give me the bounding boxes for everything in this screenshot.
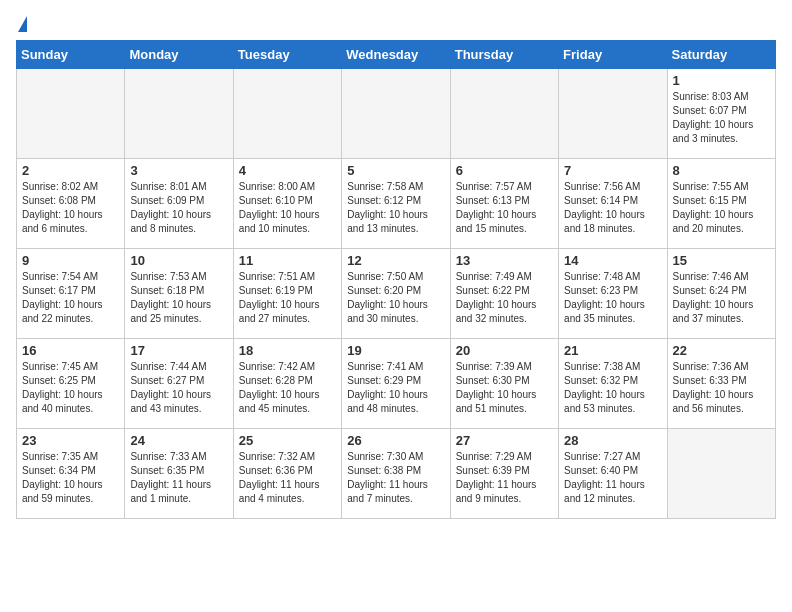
- calendar-cell: 8Sunrise: 7:55 AM Sunset: 6:15 PM Daylig…: [667, 159, 775, 249]
- day-info: Sunrise: 7:49 AM Sunset: 6:22 PM Dayligh…: [456, 270, 553, 326]
- calendar-cell: 4Sunrise: 8:00 AM Sunset: 6:10 PM Daylig…: [233, 159, 341, 249]
- day-info: Sunrise: 7:51 AM Sunset: 6:19 PM Dayligh…: [239, 270, 336, 326]
- day-number: 26: [347, 433, 444, 448]
- day-info: Sunrise: 7:36 AM Sunset: 6:33 PM Dayligh…: [673, 360, 770, 416]
- day-info: Sunrise: 7:35 AM Sunset: 6:34 PM Dayligh…: [22, 450, 119, 506]
- day-info: Sunrise: 8:02 AM Sunset: 6:08 PM Dayligh…: [22, 180, 119, 236]
- logo-triangle-icon: [18, 16, 27, 32]
- calendar-week-row: 1Sunrise: 8:03 AM Sunset: 6:07 PM Daylig…: [17, 69, 776, 159]
- day-info: Sunrise: 7:33 AM Sunset: 6:35 PM Dayligh…: [130, 450, 227, 506]
- day-info: Sunrise: 7:29 AM Sunset: 6:39 PM Dayligh…: [456, 450, 553, 506]
- day-number: 12: [347, 253, 444, 268]
- day-info: Sunrise: 7:53 AM Sunset: 6:18 PM Dayligh…: [130, 270, 227, 326]
- day-info: Sunrise: 7:41 AM Sunset: 6:29 PM Dayligh…: [347, 360, 444, 416]
- calendar-cell: [342, 69, 450, 159]
- weekday-header-wednesday: Wednesday: [342, 41, 450, 69]
- calendar-header-row: SundayMondayTuesdayWednesdayThursdayFrid…: [17, 41, 776, 69]
- day-number: 20: [456, 343, 553, 358]
- day-info: Sunrise: 7:39 AM Sunset: 6:30 PM Dayligh…: [456, 360, 553, 416]
- day-info: Sunrise: 7:44 AM Sunset: 6:27 PM Dayligh…: [130, 360, 227, 416]
- calendar-cell: [450, 69, 558, 159]
- day-number: 13: [456, 253, 553, 268]
- day-info: Sunrise: 7:46 AM Sunset: 6:24 PM Dayligh…: [673, 270, 770, 326]
- calendar-cell: [125, 69, 233, 159]
- day-info: Sunrise: 7:30 AM Sunset: 6:38 PM Dayligh…: [347, 450, 444, 506]
- day-number: 25: [239, 433, 336, 448]
- calendar-cell: 11Sunrise: 7:51 AM Sunset: 6:19 PM Dayli…: [233, 249, 341, 339]
- calendar-table: SundayMondayTuesdayWednesdayThursdayFrid…: [16, 40, 776, 519]
- day-number: 10: [130, 253, 227, 268]
- calendar-cell: 10Sunrise: 7:53 AM Sunset: 6:18 PM Dayli…: [125, 249, 233, 339]
- day-number: 24: [130, 433, 227, 448]
- calendar-cell: 24Sunrise: 7:33 AM Sunset: 6:35 PM Dayli…: [125, 429, 233, 519]
- calendar-cell: 3Sunrise: 8:01 AM Sunset: 6:09 PM Daylig…: [125, 159, 233, 249]
- calendar-cell: [233, 69, 341, 159]
- day-number: 1: [673, 73, 770, 88]
- day-number: 11: [239, 253, 336, 268]
- calendar-cell: 18Sunrise: 7:42 AM Sunset: 6:28 PM Dayli…: [233, 339, 341, 429]
- weekday-header-tuesday: Tuesday: [233, 41, 341, 69]
- calendar-cell: 28Sunrise: 7:27 AM Sunset: 6:40 PM Dayli…: [559, 429, 667, 519]
- day-info: Sunrise: 8:01 AM Sunset: 6:09 PM Dayligh…: [130, 180, 227, 236]
- calendar-cell: 25Sunrise: 7:32 AM Sunset: 6:36 PM Dayli…: [233, 429, 341, 519]
- day-number: 6: [456, 163, 553, 178]
- calendar-cell: [559, 69, 667, 159]
- day-info: Sunrise: 7:56 AM Sunset: 6:14 PM Dayligh…: [564, 180, 661, 236]
- weekday-header-sunday: Sunday: [17, 41, 125, 69]
- calendar-week-row: 23Sunrise: 7:35 AM Sunset: 6:34 PM Dayli…: [17, 429, 776, 519]
- day-number: 2: [22, 163, 119, 178]
- calendar-cell: 17Sunrise: 7:44 AM Sunset: 6:27 PM Dayli…: [125, 339, 233, 429]
- calendar-cell: 20Sunrise: 7:39 AM Sunset: 6:30 PM Dayli…: [450, 339, 558, 429]
- calendar-week-row: 16Sunrise: 7:45 AM Sunset: 6:25 PM Dayli…: [17, 339, 776, 429]
- calendar-cell: 14Sunrise: 7:48 AM Sunset: 6:23 PM Dayli…: [559, 249, 667, 339]
- day-info: Sunrise: 7:54 AM Sunset: 6:17 PM Dayligh…: [22, 270, 119, 326]
- day-number: 18: [239, 343, 336, 358]
- calendar-cell: 15Sunrise: 7:46 AM Sunset: 6:24 PM Dayli…: [667, 249, 775, 339]
- calendar-cell: 6Sunrise: 7:57 AM Sunset: 6:13 PM Daylig…: [450, 159, 558, 249]
- weekday-header-monday: Monday: [125, 41, 233, 69]
- day-number: 22: [673, 343, 770, 358]
- calendar-cell: 27Sunrise: 7:29 AM Sunset: 6:39 PM Dayli…: [450, 429, 558, 519]
- day-info: Sunrise: 7:48 AM Sunset: 6:23 PM Dayligh…: [564, 270, 661, 326]
- calendar-cell: 19Sunrise: 7:41 AM Sunset: 6:29 PM Dayli…: [342, 339, 450, 429]
- day-number: 7: [564, 163, 661, 178]
- calendar-week-row: 2Sunrise: 8:02 AM Sunset: 6:08 PM Daylig…: [17, 159, 776, 249]
- day-info: Sunrise: 7:58 AM Sunset: 6:12 PM Dayligh…: [347, 180, 444, 236]
- day-number: 14: [564, 253, 661, 268]
- calendar-cell: 16Sunrise: 7:45 AM Sunset: 6:25 PM Dayli…: [17, 339, 125, 429]
- calendar-cell: 2Sunrise: 8:02 AM Sunset: 6:08 PM Daylig…: [17, 159, 125, 249]
- calendar-cell: 7Sunrise: 7:56 AM Sunset: 6:14 PM Daylig…: [559, 159, 667, 249]
- day-number: 5: [347, 163, 444, 178]
- day-number: 21: [564, 343, 661, 358]
- day-number: 27: [456, 433, 553, 448]
- calendar-cell: [667, 429, 775, 519]
- day-info: Sunrise: 7:38 AM Sunset: 6:32 PM Dayligh…: [564, 360, 661, 416]
- calendar-cell: 23Sunrise: 7:35 AM Sunset: 6:34 PM Dayli…: [17, 429, 125, 519]
- day-number: 3: [130, 163, 227, 178]
- weekday-header-friday: Friday: [559, 41, 667, 69]
- calendar-cell: 1Sunrise: 8:03 AM Sunset: 6:07 PM Daylig…: [667, 69, 775, 159]
- day-info: Sunrise: 8:03 AM Sunset: 6:07 PM Dayligh…: [673, 90, 770, 146]
- day-info: Sunrise: 8:00 AM Sunset: 6:10 PM Dayligh…: [239, 180, 336, 236]
- weekday-header-thursday: Thursday: [450, 41, 558, 69]
- calendar-week-row: 9Sunrise: 7:54 AM Sunset: 6:17 PM Daylig…: [17, 249, 776, 339]
- weekday-header-saturday: Saturday: [667, 41, 775, 69]
- day-info: Sunrise: 7:45 AM Sunset: 6:25 PM Dayligh…: [22, 360, 119, 416]
- day-info: Sunrise: 7:27 AM Sunset: 6:40 PM Dayligh…: [564, 450, 661, 506]
- day-number: 15: [673, 253, 770, 268]
- calendar-cell: 26Sunrise: 7:30 AM Sunset: 6:38 PM Dayli…: [342, 429, 450, 519]
- calendar-cell: 9Sunrise: 7:54 AM Sunset: 6:17 PM Daylig…: [17, 249, 125, 339]
- calendar-cell: 21Sunrise: 7:38 AM Sunset: 6:32 PM Dayli…: [559, 339, 667, 429]
- calendar-cell: [17, 69, 125, 159]
- page-header: [16, 16, 776, 32]
- calendar-cell: 22Sunrise: 7:36 AM Sunset: 6:33 PM Dayli…: [667, 339, 775, 429]
- day-info: Sunrise: 7:55 AM Sunset: 6:15 PM Dayligh…: [673, 180, 770, 236]
- day-number: 28: [564, 433, 661, 448]
- calendar-cell: 5Sunrise: 7:58 AM Sunset: 6:12 PM Daylig…: [342, 159, 450, 249]
- day-number: 17: [130, 343, 227, 358]
- day-number: 23: [22, 433, 119, 448]
- day-info: Sunrise: 7:42 AM Sunset: 6:28 PM Dayligh…: [239, 360, 336, 416]
- day-info: Sunrise: 7:57 AM Sunset: 6:13 PM Dayligh…: [456, 180, 553, 236]
- day-number: 8: [673, 163, 770, 178]
- day-number: 4: [239, 163, 336, 178]
